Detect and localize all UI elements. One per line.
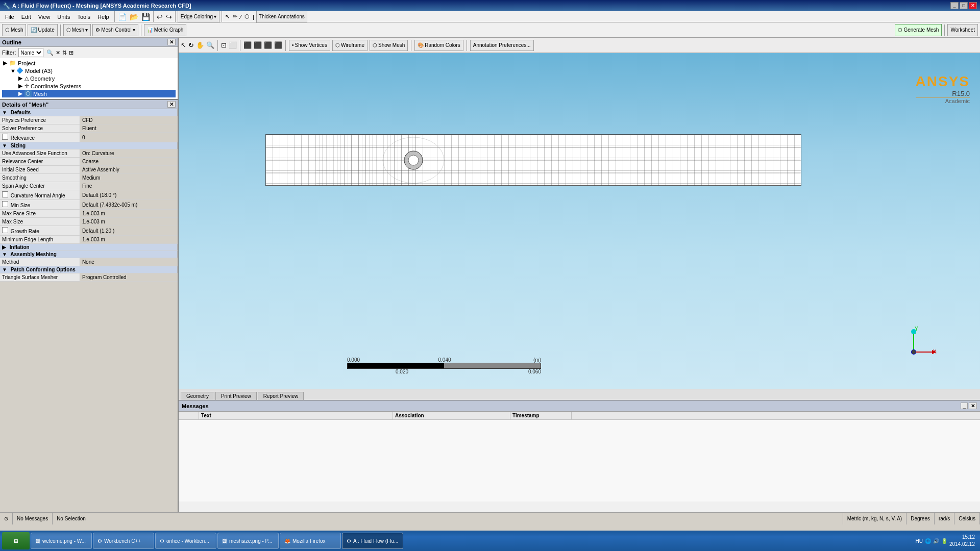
random-colors-btn[interactable]: 🎨 Random Colors bbox=[414, 40, 463, 51]
sketch-icon[interactable]: ⬡ bbox=[244, 13, 250, 20]
metric-graph-btn[interactable]: 📊 Metric Graph bbox=[144, 24, 187, 36]
filter-icon4[interactable]: ⊞ bbox=[69, 49, 74, 56]
expand-coordinate[interactable]: ▶ bbox=[18, 83, 24, 89]
tab-report-preview[interactable]: Report Preview bbox=[258, 392, 304, 400]
expand-geometry[interactable]: ▶ bbox=[18, 75, 24, 82]
expand-model[interactable]: ▼ bbox=[10, 68, 16, 74]
front-view-icon[interactable]: ⬛ bbox=[243, 41, 252, 49]
solver-value[interactable]: Fluent bbox=[80, 124, 177, 133]
taskbar-workbench[interactable]: ⚙ Workbench C++ bbox=[93, 533, 154, 549]
filter-icon3[interactable]: ⇅ bbox=[62, 49, 67, 56]
fit-view-icon[interactable]: ⊡ bbox=[221, 41, 227, 49]
mesh-menu-btn[interactable]: ⬡ Mesh ▾ bbox=[63, 24, 91, 36]
thicken-annotations-btn[interactable]: Thicken Annotations bbox=[256, 11, 307, 23]
curvature-value[interactable]: Default (18.0 °) bbox=[80, 190, 177, 200]
pan-icon[interactable]: ✋ bbox=[196, 41, 204, 49]
zoom-box-icon[interactable]: ⬜ bbox=[229, 41, 237, 49]
start-button[interactable]: ⊞ bbox=[2, 532, 30, 549]
iso-view-icon[interactable]: ⬛ bbox=[274, 41, 282, 49]
physics-value[interactable]: CFD bbox=[80, 116, 177, 124]
close-button[interactable]: ✕ bbox=[969, 2, 977, 9]
minimize-button[interactable]: _ bbox=[950, 2, 959, 9]
update-button[interactable]: 🔄 Update bbox=[28, 24, 57, 36]
restore-button[interactable]: □ bbox=[960, 2, 968, 9]
mesh-button[interactable]: ⬡ Mesh bbox=[2, 24, 26, 36]
filter-select[interactable]: Name bbox=[18, 48, 43, 57]
right-view-icon[interactable]: ⬛ bbox=[264, 41, 272, 49]
line-icon[interactable]: ∕ bbox=[240, 14, 241, 20]
relevance-value[interactable]: 0 bbox=[80, 133, 177, 142]
min-size-checkbox[interactable] bbox=[2, 201, 8, 207]
expand-sizing[interactable]: ▼ bbox=[2, 143, 7, 148]
initial-size-value[interactable]: Active Assembly bbox=[80, 166, 177, 174]
expand-assembly[interactable]: ▼ bbox=[2, 252, 7, 257]
mesh-control-btn[interactable]: ⚙ Mesh Control ▾ bbox=[92, 24, 138, 36]
edge-coloring-dropdown[interactable]: Edge Coloring ▾ bbox=[178, 11, 219, 23]
show-mesh-btn[interactable]: ⬡ Show Mesh bbox=[370, 40, 408, 51]
tree-item-project[interactable]: ▶ 📁 Project bbox=[2, 59, 176, 67]
menu-help[interactable]: Help bbox=[94, 13, 112, 21]
adv-size-value[interactable]: On: Curvature bbox=[80, 149, 177, 158]
toolbar-icon-save[interactable]: 💾 bbox=[141, 13, 150, 21]
triangle-value[interactable]: Program Controlled bbox=[80, 273, 177, 282]
expand-patch[interactable]: ▼ bbox=[2, 267, 7, 272]
thicken-icon[interactable]: | bbox=[253, 14, 254, 20]
zoom-in-icon[interactable]: 🔍 bbox=[206, 41, 214, 49]
toolbar-icon-redo[interactable]: ↪ bbox=[166, 13, 172, 21]
toolbar-icon-undo[interactable]: ↩ bbox=[157, 13, 163, 21]
annotation-prefs-btn[interactable]: Annotation Preferences... bbox=[470, 40, 534, 51]
outline-close-btn[interactable]: ✕ bbox=[167, 39, 176, 45]
worksheet-btn[interactable]: Worksheet bbox=[947, 24, 978, 36]
menu-tools[interactable]: Tools bbox=[74, 13, 93, 21]
draw-icon[interactable]: ✏ bbox=[233, 13, 237, 20]
filter-icon2[interactable]: ✕ bbox=[56, 49, 60, 56]
generate-mesh-btn[interactable]: ⬡ Generate Mesh bbox=[895, 24, 942, 36]
max-face-value[interactable]: 1.e-003 m bbox=[80, 210, 177, 218]
window-controls[interactable]: _ □ ✕ bbox=[950, 2, 977, 9]
menu-units[interactable]: Units bbox=[54, 13, 73, 21]
growth-rate-value[interactable]: Default (1.20 ) bbox=[80, 226, 177, 236]
taskbar-welcome[interactable]: 🖼 welcome.png - W... bbox=[31, 533, 92, 549]
curvature-checkbox[interactable] bbox=[2, 191, 8, 197]
expand-project[interactable]: ▶ bbox=[3, 60, 9, 66]
tab-print-preview[interactable]: Print Preview bbox=[215, 392, 257, 400]
taskbar-orifice[interactable]: ⚙ orifice - Workben... bbox=[155, 533, 216, 549]
relevance-center-value[interactable]: Coarse bbox=[80, 158, 177, 166]
tree-item-mesh[interactable]: ▶ ⬡ Mesh bbox=[2, 90, 176, 97]
show-vertices-btn[interactable]: • Show Vertices bbox=[289, 40, 330, 51]
taskbar-fluentflow[interactable]: ⚙ A : Fluid Flow (Flu... bbox=[342, 533, 403, 549]
rotate-icon[interactable]: ↻ bbox=[188, 41, 194, 49]
expand-defaults[interactable]: ▼ bbox=[2, 110, 7, 115]
tree-item-model[interactable]: ▼ 🔷 Model (A3) bbox=[2, 67, 176, 74]
expand-mesh[interactable]: ▶ bbox=[18, 90, 24, 97]
tree-item-geometry[interactable]: ▶ △ Geometry bbox=[2, 74, 176, 82]
messages-minimize-btn[interactable]: _ bbox=[961, 403, 968, 409]
messages-close-btn[interactable]: ✕ bbox=[969, 403, 977, 409]
growth-checkbox[interactable] bbox=[2, 227, 8, 233]
tree-item-coordinate[interactable]: ▶ ✛ Coordinate Systems bbox=[2, 82, 176, 90]
expand-inflation[interactable]: ▶ bbox=[2, 244, 6, 250]
menu-view[interactable]: View bbox=[35, 13, 54, 21]
filter-icon1[interactable]: 🔍 bbox=[46, 49, 54, 56]
max-size-value[interactable]: 1.e-003 m bbox=[80, 218, 177, 226]
details-close-btn[interactable]: ✕ bbox=[167, 101, 176, 108]
tab-geometry[interactable]: Geometry bbox=[181, 392, 214, 400]
wireframe-btn[interactable]: ⬡ Wireframe bbox=[332, 40, 368, 51]
relevance-checkbox[interactable] bbox=[2, 134, 8, 140]
select-icon[interactable]: ↖ bbox=[225, 13, 230, 20]
toolbar-icon-new[interactable]: 📄 bbox=[118, 13, 127, 21]
viewport-canvas[interactable]: ANSYS R15.0 Academic /* grid */ bbox=[179, 53, 980, 389]
taskbar-firefox[interactable]: 🦊 Mozilla Firefox bbox=[280, 533, 341, 549]
select-mode-icon[interactable]: ↖ bbox=[181, 41, 186, 49]
min-size-value[interactable]: Default (7.4932e-005 m) bbox=[80, 200, 177, 210]
method-value[interactable]: None bbox=[80, 258, 177, 266]
smoothing-value[interactable]: Medium bbox=[80, 174, 177, 182]
toolbar-icon-open[interactable]: 📂 bbox=[130, 13, 138, 21]
menu-edit[interactable]: Edit bbox=[18, 13, 34, 21]
details-scroll[interactable]: ▼ Defaults Physics Preference CFD Solver… bbox=[0, 109, 178, 512]
taskbar-meshsize[interactable]: 🖼 meshsize.png - P... bbox=[217, 533, 279, 549]
menu-file[interactable]: File bbox=[2, 13, 17, 21]
top-view-icon[interactable]: ⬛ bbox=[254, 41, 262, 49]
span-angle-value[interactable]: Fine bbox=[80, 182, 177, 190]
min-edge-value[interactable]: 1.e-003 m bbox=[80, 236, 177, 244]
